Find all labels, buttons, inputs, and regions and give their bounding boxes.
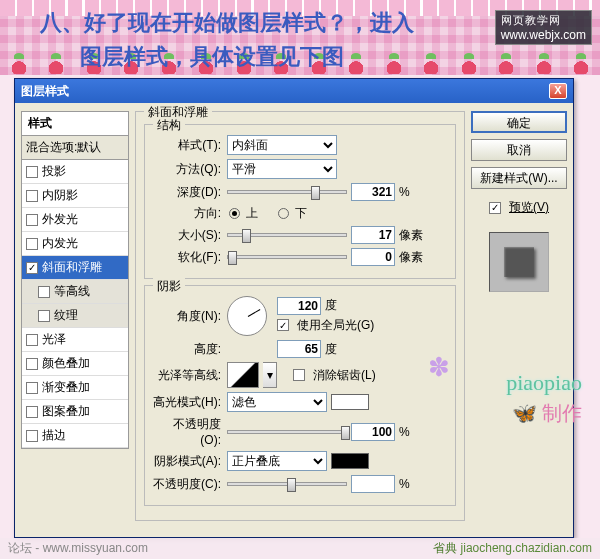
depth-label: 深度(D): [153,184,223,201]
preview-checkbox[interactable] [489,202,501,214]
style-label: 纹理 [54,307,78,324]
depth-slider[interactable] [227,190,347,194]
size-slider[interactable] [227,233,347,237]
flower-icon: ✽ [428,352,450,383]
depth-input[interactable] [351,183,395,201]
dialog-title: 图层样式 [21,83,69,100]
style-label: 斜面和浮雕 [42,259,102,276]
technique-select[interactable]: 平滑 [227,159,337,179]
cancel-button[interactable]: 取消 [471,139,567,161]
angle-input[interactable] [277,297,321,315]
gloss-contour-label: 光泽等高线: [153,367,223,384]
angle-wheel[interactable] [227,296,267,336]
preview-thumbnail [489,232,549,292]
style-checkbox[interactable] [26,358,38,370]
style-checkbox[interactable] [26,430,38,442]
altitude-label: 高度: [153,341,223,358]
titlebar[interactable]: 图层样式 X [15,79,573,103]
style-label: 等高线 [54,283,90,300]
altitude-input[interactable] [277,340,321,358]
style-label: 描边 [42,427,66,444]
bevel-group: 斜面和浮雕 结构 样式(T): 内斜面 方法(Q): 平滑 深度(D): [135,111,465,521]
site-watermark: 网页教学网 www.webjx.com [495,10,592,45]
annotation-line2: 图层样式，具体设置见下图 [80,42,344,72]
styles-header[interactable]: 样式 [21,111,129,136]
shadow-opacity-slider[interactable] [227,482,347,486]
style-checkbox[interactable] [26,334,38,346]
direction-up-radio[interactable] [229,208,240,219]
style-row-描边[interactable]: 描边 [22,424,128,448]
shading-title: 阴影 [153,278,185,295]
layer-style-dialog: 图层样式 X 样式 混合选项:默认 投影内阴影外发光内发光斜面和浮雕等高线纹理光… [14,78,574,538]
technique-label: 方法(Q): [153,161,223,178]
soften-label: 软化(F): [153,249,223,266]
style-label: 光泽 [42,331,66,348]
style-label: 渐变叠加 [42,379,90,396]
highlight-mode-label: 高光模式(H): [153,394,223,411]
style-label: 外发光 [42,211,78,228]
style-label: 内阴影 [42,187,78,204]
style-checkbox[interactable] [26,406,38,418]
style-label: 投影 [42,163,66,180]
global-light-checkbox[interactable] [277,319,289,331]
soften-input[interactable] [351,248,395,266]
style-checkbox[interactable] [26,238,38,250]
contour-dropdown-icon[interactable]: ▾ [263,362,277,388]
style-label: 颜色叠加 [42,355,90,372]
ok-button[interactable]: 确定 [471,111,567,133]
style-checkbox[interactable] [26,166,38,178]
style-checkbox[interactable] [26,382,38,394]
style-row-渐变叠加[interactable]: 渐变叠加 [22,376,128,400]
style-row-内阴影[interactable]: 内阴影 [22,184,128,208]
style-row-图案叠加[interactable]: 图案叠加 [22,400,128,424]
blend-options-row[interactable]: 混合选项:默认 [21,136,129,160]
shadow-opacity-label: 不透明度(C): [153,476,223,493]
author-signature-2: 制作 [512,400,582,427]
shadow-opacity-input[interactable] [351,475,395,493]
size-label: 大小(S): [153,227,223,244]
annotation-line1: 八、好了现在开始做图层样式？，进入 [40,8,414,38]
style-checkbox[interactable] [26,190,38,202]
style-row-外发光[interactable]: 外发光 [22,208,128,232]
direction-down-radio[interactable] [278,208,289,219]
shadow-color-swatch[interactable] [331,453,369,469]
style-select[interactable]: 内斜面 [227,135,337,155]
style-checkbox[interactable] [38,310,50,322]
page-footer: 论坛 - www.missyuan.com 省典 jiaocheng.chazi… [0,538,600,559]
highlight-color-swatch[interactable] [331,394,369,410]
style-label: 样式(T): [153,137,223,154]
style-checkbox[interactable] [26,214,38,226]
highlight-mode-select[interactable]: 滤色 [227,392,327,412]
highlight-opacity-input[interactable] [351,423,395,441]
style-row-内发光[interactable]: 内发光 [22,232,128,256]
structure-title: 结构 [153,117,185,134]
highlight-opacity-slider[interactable] [227,430,347,434]
size-input[interactable] [351,226,395,244]
style-checkbox[interactable] [38,286,50,298]
antialias-checkbox[interactable] [293,369,305,381]
new-style-button[interactable]: 新建样式(W)... [471,167,567,189]
style-label: 图案叠加 [42,403,90,420]
close-button[interactable]: X [549,83,567,99]
author-signature: piaopiao [506,370,582,396]
style-row-斜面和浮雕[interactable]: 斜面和浮雕 [22,256,128,280]
highlight-opacity-label: 不透明度(O): [153,416,223,447]
style-row-颜色叠加[interactable]: 颜色叠加 [22,352,128,376]
style-row-等高线[interactable]: 等高线 [22,280,128,304]
style-row-纹理[interactable]: 纹理 [22,304,128,328]
shadow-mode-select[interactable]: 正片叠底 [227,451,327,471]
style-row-光泽[interactable]: 光泽 [22,328,128,352]
style-checkbox[interactable] [26,262,38,274]
style-label: 内发光 [42,235,78,252]
style-row-投影[interactable]: 投影 [22,160,128,184]
styles-sidebar: 样式 混合选项:默认 投影内阴影外发光内发光斜面和浮雕等高线纹理光泽颜色叠加渐变… [21,111,129,527]
direction-label: 方向: [153,205,223,222]
gloss-contour-picker[interactable] [227,362,259,388]
soften-slider[interactable] [227,255,347,259]
angle-label: 角度(N): [153,308,223,325]
shadow-mode-label: 阴影模式(A): [153,453,223,470]
